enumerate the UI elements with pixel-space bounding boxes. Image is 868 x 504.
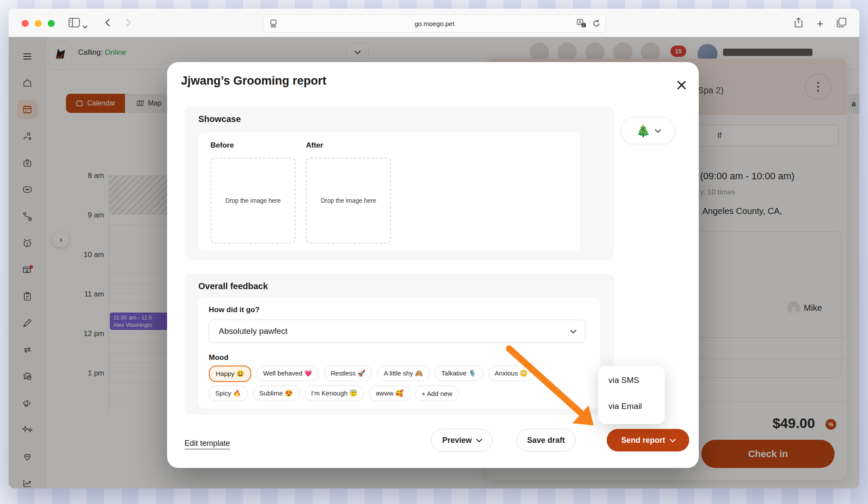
- mood-row-2: Spicy 🔥 Sublime 😍 I’m Kenough 😇 awww 🥰 +…: [209, 385, 459, 401]
- new-tab-icon[interactable]: +: [817, 17, 823, 30]
- add-new-mood-button[interactable]: + Add new: [415, 385, 459, 401]
- translate-icon[interactable]: Ax: [577, 19, 586, 28]
- chevron-down-icon: [669, 436, 675, 442]
- dropzone-text: Drop the image here: [321, 197, 376, 204]
- menu-item-via-email[interactable]: via Email: [608, 402, 642, 411]
- chevron-down-icon: [476, 436, 482, 442]
- dropzone-text: Drop the image here: [225, 197, 281, 204]
- zoom-window-button[interactable]: [48, 20, 55, 27]
- mood-chip-im-kenough[interactable]: I’m Kenough 😇: [305, 385, 364, 401]
- christmas-tree-emoji: 🎄: [636, 125, 651, 137]
- after-label: After: [306, 141, 323, 150]
- feedback-card: How did it go? Absolutely pawfect Mood H…: [198, 298, 600, 408]
- mood-chip-anxious[interactable]: Anxious 😳: [488, 366, 534, 381]
- tab-overview-icon[interactable]: [837, 18, 846, 27]
- rating-value: Absolutely pawfect: [219, 326, 287, 336]
- mood-label: Mood: [209, 353, 228, 362]
- preview-label: Preview: [442, 436, 472, 445]
- close-window-button[interactable]: [22, 20, 29, 27]
- question-label: How did it go?: [209, 306, 260, 314]
- send-report-button[interactable]: Send report: [607, 429, 689, 451]
- share-icon[interactable]: [794, 17, 803, 28]
- mood-chip-sublime[interactable]: Sublime 😍: [253, 385, 299, 401]
- forward-button[interactable]: [126, 18, 131, 27]
- feedback-panel: Overall feedback How did it go? Absolute…: [184, 273, 614, 415]
- mood-chip-spicy[interactable]: Spicy 🔥: [209, 385, 248, 401]
- before-dropzone[interactable]: Drop the image here: [210, 158, 296, 244]
- sidebar-toggle-icon[interactable]: [69, 17, 80, 28]
- mood-chip-talkative[interactable]: Talkative 🎙️: [435, 366, 483, 381]
- send-report-label: Send report: [621, 436, 665, 445]
- browser-window: go.moego.pet Ax +: [9, 9, 859, 488]
- svg-text:A: A: [579, 20, 582, 25]
- rating-select[interactable]: Absolutely pawfect: [209, 320, 585, 343]
- mood-chip-awww[interactable]: awww 🥰: [369, 385, 410, 401]
- mood-chip-happy[interactable]: Happy 😃: [209, 366, 251, 382]
- mood-chip-a-little-shy[interactable]: A little shy 🙈: [377, 366, 429, 381]
- chevron-down-icon: [655, 127, 661, 133]
- browser-toolbar: go.moego.pet Ax +: [9, 9, 859, 37]
- svg-text:x: x: [583, 23, 585, 27]
- url-text: go.moego.pet: [263, 15, 606, 32]
- edit-template-link[interactable]: Edit template: [184, 439, 230, 449]
- preview-button[interactable]: Preview: [431, 429, 493, 451]
- back-button[interactable]: [105, 18, 110, 27]
- mood-row-1: Happy 😃 Well behaved 💗 Restless 🚀 A litt…: [209, 366, 534, 382]
- showcase-heading: Showcase: [198, 114, 241, 124]
- minimize-window-button[interactable]: [35, 20, 42, 27]
- chevron-down-icon: [570, 327, 576, 333]
- address-bar[interactable]: go.moego.pet Ax: [263, 14, 606, 33]
- send-report-menu: via SMS via Email: [598, 366, 665, 424]
- modal-title: Jjwang’s Grooming report: [181, 74, 326, 88]
- after-dropzone[interactable]: Drop the image here: [306, 158, 391, 244]
- menu-item-via-sms[interactable]: via SMS: [608, 376, 639, 385]
- mood-chip-restless[interactable]: Restless 🚀: [324, 366, 372, 381]
- reload-icon[interactable]: [592, 19, 601, 28]
- sidebar-chevron-icon[interactable]: [83, 22, 87, 30]
- save-draft-label: Save draft: [527, 436, 565, 445]
- mood-chip-well-behaved[interactable]: Well behaved 💗: [256, 366, 319, 381]
- save-draft-button[interactable]: Save draft: [516, 429, 575, 451]
- theme-picker[interactable]: 🎄: [621, 117, 675, 144]
- showcase-card: Before After Drop the image here Drop th…: [198, 132, 580, 250]
- before-label: Before: [210, 141, 234, 150]
- showcase-panel: Showcase Before After Drop the image her…: [184, 106, 614, 260]
- feedback-heading: Overall feedback: [198, 281, 268, 291]
- close-icon[interactable]: [676, 79, 687, 91]
